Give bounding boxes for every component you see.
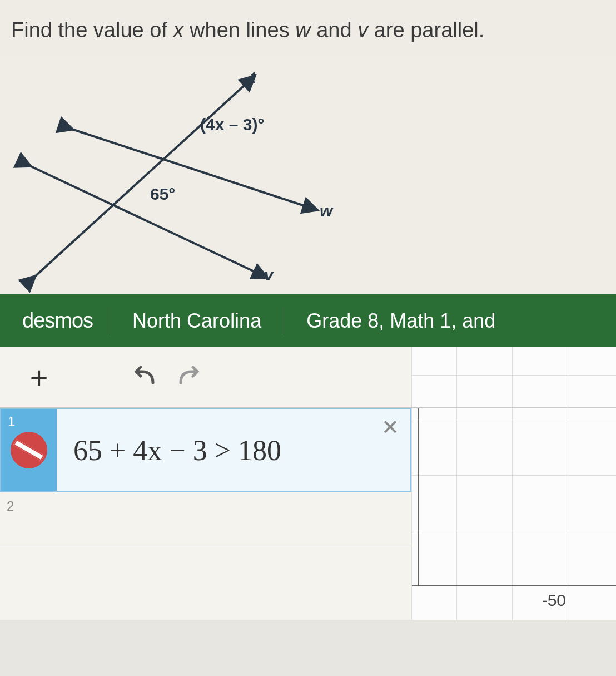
expression-input-1[interactable]: 65 + 4x − 3 > 180 ✕: [57, 409, 410, 491]
expression-list: 1 65 + 4x − 3 > 180 ✕ 2: [0, 408, 411, 620]
brand-logo[interactable]: desmos: [0, 309, 110, 333]
question-mid: when lines: [184, 18, 296, 42]
x-axis: [412, 585, 616, 586]
add-expression-button[interactable]: +: [17, 355, 61, 399]
label-v: v: [264, 265, 275, 284]
diagram-svg: t (4x – 3)° 65° w v: [0, 55, 616, 294]
index-number: 1: [8, 414, 15, 430]
editor-area: 1 65 + 4x − 3 > 180 ✕ 2 -50: [0, 408, 616, 620]
question-suffix: are parallel.: [368, 18, 484, 42]
y-axis: [418, 408, 419, 586]
undo-button[interactable]: [122, 355, 167, 399]
angle-65: 65°: [150, 185, 175, 203]
redo-button[interactable]: [167, 355, 211, 399]
expression-row-1[interactable]: 1 65 + 4x − 3 > 180 ✕: [0, 408, 411, 492]
expression-text: 65 + 4x − 3 > 180: [73, 434, 281, 467]
svg-line-2: [31, 80, 250, 280]
expression-row-2[interactable]: 2: [0, 492, 411, 547]
expression-toolbar: + ⚙ 《: [0, 347, 616, 408]
header-region[interactable]: North Carolina: [110, 309, 284, 333]
question-prefix: Find the value of: [11, 18, 173, 42]
question-and: and: [311, 18, 358, 42]
desmos-header: desmos North Carolina Grade 8, Math 1, a…: [0, 294, 616, 347]
svg-line-0: [67, 127, 311, 208]
error-icon[interactable]: [11, 432, 47, 468]
x-axis-label: -50: [542, 591, 566, 610]
expression-index-2[interactable]: 2: [0, 492, 56, 547]
question-var-w: w: [295, 18, 310, 42]
index-number: 2: [7, 499, 14, 514]
expression-input-2[interactable]: [56, 492, 411, 547]
question-var-x: x: [173, 18, 184, 42]
question-area: Find the value of x when lines w and v a…: [0, 0, 616, 55]
label-t: t: [250, 68, 257, 86]
angle-4x-3: (4x – 3)°: [200, 115, 264, 134]
geometry-diagram: t (4x – 3)° 65° w v: [0, 55, 616, 294]
expression-index-1[interactable]: 1: [1, 409, 57, 491]
label-w: w: [320, 201, 334, 220]
question-var-v: v: [357, 18, 368, 42]
delete-expression-button[interactable]: ✕: [381, 415, 399, 440]
question-text: Find the value of x when lines w and v a…: [11, 17, 605, 44]
header-grade[interactable]: Grade 8, Math 1, and: [284, 309, 518, 333]
graph-panel[interactable]: -50: [411, 408, 616, 620]
